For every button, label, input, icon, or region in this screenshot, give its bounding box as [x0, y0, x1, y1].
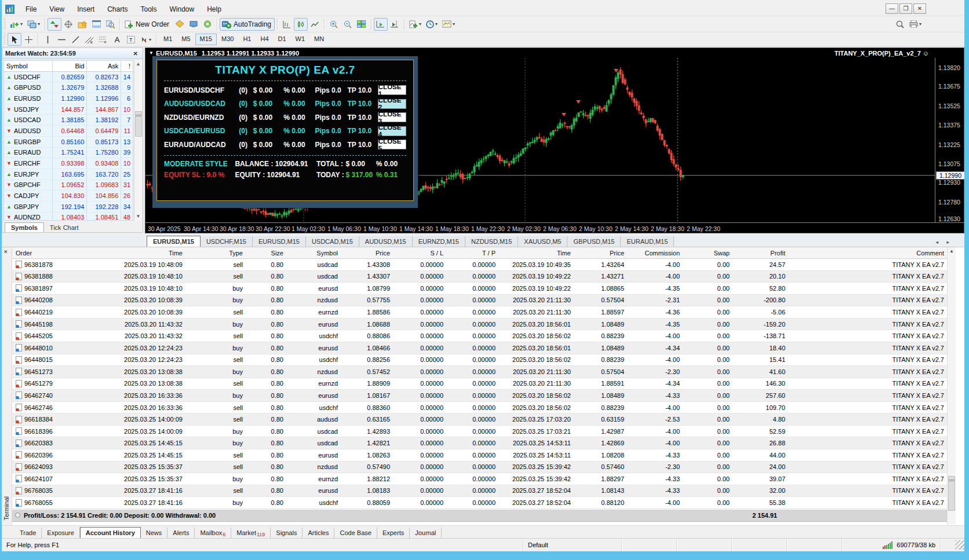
ea-close-button[interactable]: CLOSE 2	[378, 99, 406, 109]
terminal-close-icon[interactable]: ✕	[3, 249, 8, 255]
market-watch-row[interactable]: ▲GBPUSD1.326791.326889	[4, 82, 133, 93]
history-col-8[interactable]: Time	[499, 250, 574, 257]
tile-windows-button[interactable]	[355, 18, 369, 31]
search-button[interactable]	[893, 18, 907, 31]
chart-tab-euraud-m15[interactable]: EURAUD,M15	[621, 236, 674, 247]
restore-button[interactable]: ❐	[899, 3, 912, 14]
new-order-button[interactable]: New Order	[122, 18, 173, 31]
new-chart-button[interactable]: ▾	[8, 18, 25, 31]
terminal-scroll-up-icon[interactable]: ▲	[948, 247, 956, 255]
market-watch-scroll-thumb[interactable]	[135, 111, 142, 137]
ea-close-button[interactable]: CLOSE 5	[378, 140, 406, 149]
terminal-tab-exposure[interactable]: Exposure	[42, 528, 79, 538]
indicators-button[interactable]: ▾	[407, 18, 424, 31]
zoom-out-button[interactable]	[341, 18, 355, 31]
market-watch-toggle-button[interactable]	[48, 18, 61, 31]
history-row[interactable]: 963818972025.03.19 10:48:10buy0.80eurusd…	[12, 283, 956, 295]
history-row[interactable]: 967680352025.03.27 18:41:16sell0.80eurus…	[12, 485, 956, 497]
timeframe-m5[interactable]: M5	[177, 34, 195, 45]
history-row[interactable]: 966183962025.03.25 14:00:09buy0.80usdcad…	[12, 426, 956, 438]
menu-charts[interactable]: Charts	[101, 3, 134, 16]
market-watch-row[interactable]: ▲GBPJPY192.194192.22834	[4, 202, 133, 213]
text-tool-button[interactable]: A	[110, 33, 124, 46]
history-row[interactable]: 964627402025.03.20 16:33:36buy0.80eurusd…	[12, 390, 956, 402]
chart-tab-audusd-m15[interactable]: AUDUSD,M15	[359, 236, 413, 247]
bar-chart-mode-button[interactable]	[280, 18, 294, 31]
navigator-button[interactable]	[75, 18, 89, 31]
history-row[interactable]: 964451982025.03.20 11:43:32buy0.80eurusd…	[12, 319, 956, 331]
menu-tools[interactable]: Tools	[134, 3, 163, 16]
text-label-tool-button[interactable]: T	[124, 33, 138, 46]
market-watch-titlebar[interactable]: Market Watch: 23:54:59 ✕	[2, 48, 143, 59]
terminal-toggle-button[interactable]	[89, 18, 103, 31]
history-col-12[interactable]: Profit	[733, 250, 789, 257]
market-watch-tab-tick-chart[interactable]: Tick Chart	[44, 223, 85, 232]
market-watch-row[interactable]: ▲USDCHF0.826590.8267314	[4, 72, 133, 83]
status-profile[interactable]: Default	[523, 539, 622, 551]
terminal-tab-journal[interactable]: Journal	[410, 528, 442, 538]
history-row[interactable]: 966240932025.03.25 15:35:37sell0.80nzdus…	[12, 462, 956, 474]
zoom-in-button[interactable]	[327, 18, 341, 31]
chart-tab-eurnzd-m15[interactable]: EURNZD,M15	[413, 236, 465, 247]
metaeditor-button[interactable]	[173, 18, 187, 31]
market-watch-row[interactable]: ▲EURUSD1.129901.129966	[4, 93, 133, 104]
history-row[interactable]: 964452052025.03.20 11:43:32sell0.80usdch…	[12, 330, 956, 342]
chart-shift-button[interactable]	[388, 18, 402, 31]
chart-tab-eurusd-m15[interactable]: EURUSD,M15	[147, 236, 201, 247]
chart-tab-scroll-arrows[interactable]: ◂ ▸	[935, 239, 953, 245]
menu-insert[interactable]: Insert	[71, 3, 101, 16]
horizontal-line-tool-button[interactable]	[54, 33, 68, 46]
ea-smiley-icon[interactable]: ☺	[923, 50, 929, 57]
history-col-6[interactable]: S / L	[394, 250, 447, 257]
terminal-tab-news[interactable]: News	[141, 528, 168, 538]
menu-help[interactable]: Help	[201, 3, 228, 16]
market-watch-row[interactable]: ▼AUDNZD1.084031.0845148	[4, 213, 133, 221]
terminal-tab-market[interactable]: Market119	[231, 528, 271, 538]
market-watch-row[interactable]: ▲USDCAD1.381851.381927	[4, 115, 133, 126]
ea-close-button[interactable]: CLOSE 1	[378, 85, 406, 95]
terminal-scroll-thumb[interactable]	[948, 476, 955, 511]
history-col-5[interactable]: Price	[341, 250, 394, 257]
market-watch-close-icon[interactable]: ✕	[132, 50, 140, 57]
history-col-1[interactable]: Time	[88, 250, 186, 257]
strategy-tester-button[interactable]	[103, 18, 117, 31]
timeframe-h1[interactable]: H1	[238, 34, 256, 45]
mw-col-spread[interactable]: !	[121, 61, 133, 71]
history-col-0[interactable]: Order	[12, 250, 88, 257]
terminal-tab-experts[interactable]: Experts	[377, 528, 410, 538]
timeframe-d1[interactable]: D1	[274, 34, 291, 45]
chart-time-axis[interactable]: 30 Apr 202530 Apr 14:3030 Apr 18:3030 Ap…	[145, 222, 965, 234]
history-row[interactable]: 963818882025.03.19 10:48:10sell0.80usdca…	[12, 271, 956, 283]
history-col-2[interactable]: Type	[186, 250, 246, 257]
fibonacci-tool-button[interactable]: F	[96, 33, 110, 46]
terminal-tab-trade[interactable]: Trade	[14, 528, 42, 538]
auto-scroll-button[interactable]	[374, 18, 388, 31]
print-button[interactable]: ▾	[907, 18, 924, 31]
market-watch-row[interactable]: ▼USDJPY144.857144.86710	[4, 104, 133, 115]
metaquotes-button[interactable]	[187, 18, 201, 31]
market-watch-row[interactable]: ▼GBPCHF1.096521.0968331	[4, 180, 133, 191]
history-row[interactable]: 963818782025.03.19 10:48:09sell0.80usdca…	[12, 259, 956, 271]
history-row[interactable]: 964512732025.03.20 13:08:38buy0.80nzdusd…	[12, 366, 956, 378]
history-row[interactable]: 964402082025.03.20 10:08:39buy0.80nzdusd…	[12, 295, 956, 307]
candlestick-mode-button[interactable]	[294, 18, 308, 31]
terminal-tab-articles[interactable]: Articles	[303, 528, 334, 538]
mw-col-bid[interactable]: Bid	[53, 61, 87, 71]
templates-button[interactable]: ▾	[440, 18, 457, 31]
history-col-9[interactable]: Price	[574, 250, 628, 257]
chart-tab-gbpusd-m15[interactable]: GBPUSD,M15	[567, 236, 621, 247]
trendline-tool-button[interactable]	[68, 33, 82, 46]
channel-tool-button[interactable]: E	[82, 33, 96, 46]
mw-col-ask[interactable]: Ask	[87, 61, 121, 71]
history-row[interactable]: 964627462025.03.20 16:33:36sell0.80usdch…	[12, 402, 956, 414]
terminal-scrollbar[interactable]: ▲	[947, 247, 956, 525]
market-watch-tab-symbols[interactable]: Symbols	[5, 222, 44, 232]
market-watch-row[interactable]: ▲EURAUD1.752411.7528039	[4, 148, 133, 159]
crosshair-tool-button[interactable]	[21, 33, 35, 46]
history-col-3[interactable]: Size	[246, 250, 287, 257]
chart-tab-xauusd-m5[interactable]: XAUUSD,M5	[518, 236, 567, 247]
history-col-11[interactable]: Swap	[683, 250, 733, 257]
terminal-tab-code-base[interactable]: Code Base	[334, 528, 377, 538]
history-row[interactable]: 966183842025.03.25 14:00:09sell0.80audus…	[12, 413, 956, 426]
timeframe-mn[interactable]: MN	[309, 34, 329, 45]
